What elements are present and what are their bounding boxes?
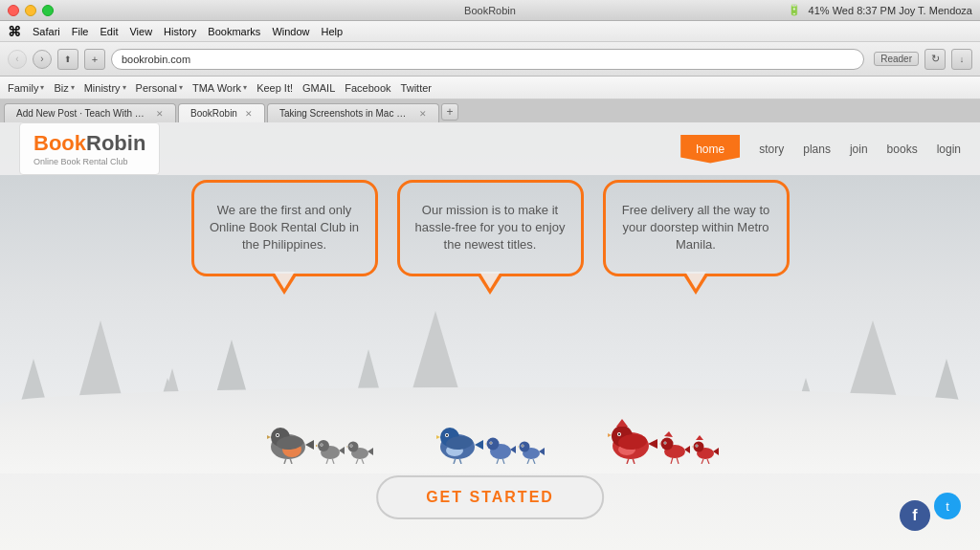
svg-line-79: [702, 459, 703, 464]
bird-blue-small-1: [485, 431, 516, 464]
bubble-3: Free delivery all the way to your doorst…: [603, 180, 790, 276]
menu-view[interactable]: View: [129, 26, 152, 37]
reload-button[interactable]: ↻: [924, 49, 946, 70]
tab-close-icon[interactable]: ✕: [419, 109, 427, 119]
logo: BookRobin: [33, 131, 145, 156]
svg-marker-29: [436, 435, 440, 439]
mac-titlebar: BookRobin 🔋 41% Wed 8:37 PM Joy T. Mendo…: [0, 0, 980, 21]
twitter-icon[interactable]: t: [934, 493, 961, 519]
address-bar[interactable]: bookrobin.com: [111, 49, 864, 70]
svg-marker-38: [485, 442, 486, 446]
apple-menu[interactable]: ⌘: [8, 24, 21, 39]
svg-point-77: [696, 445, 698, 447]
bird-blue-small-2: [518, 435, 545, 464]
bird-group-left: [261, 414, 373, 464]
menu-window[interactable]: Window: [272, 26, 309, 37]
minimize-button[interactable]: [25, 5, 36, 16]
menu-bookmarks[interactable]: Bookmarks: [208, 26, 260, 37]
svg-marker-6: [305, 440, 314, 450]
bookmark-ministry[interactable]: Ministry ▾: [84, 82, 126, 94]
svg-point-45: [520, 442, 530, 452]
svg-marker-75: [692, 445, 693, 449]
bookmark-keepit[interactable]: Keep It!: [256, 82, 293, 94]
close-button[interactable]: [8, 5, 19, 16]
maximize-button[interactable]: [42, 5, 54, 16]
get-started-button[interactable]: GET STARTED: [376, 475, 604, 519]
tab-label: Taking Screenshots in Mac OS X – Mac Gui…: [279, 108, 412, 119]
svg-point-14: [321, 444, 323, 446]
bubble-2: Our mission is to make it hassle-free fo…: [397, 180, 584, 276]
bird-group-right: [602, 414, 719, 464]
tab-mac-guides[interactable]: Taking Screenshots in Mac OS X – Mac Gui…: [267, 103, 439, 122]
bubbles-area: We are the first and only Online Book Re…: [0, 180, 980, 276]
bookmark-facebook[interactable]: Facebook: [345, 82, 390, 94]
nav-story[interactable]: story: [759, 143, 784, 156]
nav-login[interactable]: login: [937, 143, 961, 156]
bookmark-twitter[interactable]: Twitter: [401, 82, 432, 94]
nav-join[interactable]: join: [850, 143, 868, 156]
svg-line-34: [454, 458, 456, 464]
menu-help[interactable]: Help: [322, 26, 344, 37]
svg-marker-55: [616, 419, 628, 427]
bird-cardinal-small-2: [692, 435, 719, 464]
battery-icon: 🔋: [788, 4, 801, 16]
svg-line-25: [362, 459, 364, 464]
browser-toolbar: ‹ › ⬆ + bookrobin.com Reader ↻ ↓: [0, 42, 980, 77]
tabs-bar: Add New Post · Teach With Joy — WordPres…: [0, 99, 980, 122]
svg-line-70: [671, 457, 673, 464]
bird-blue-main: [431, 416, 483, 464]
menu-file[interactable]: File: [72, 26, 89, 37]
tab-close-icon[interactable]: ✕: [245, 109, 253, 119]
svg-line-42: [497, 458, 499, 464]
svg-line-51: [533, 459, 535, 464]
downloads-button[interactable]: ↓: [951, 49, 972, 70]
bookmark-family[interactable]: Family ▾: [8, 82, 44, 94]
nav-books[interactable]: books: [887, 143, 918, 156]
svg-marker-59: [648, 439, 657, 449]
traffic-lights[interactable]: [8, 5, 54, 16]
svg-point-64: [661, 438, 674, 451]
new-tab-button[interactable]: +: [84, 49, 105, 70]
logo-container: BookRobin Online Book Rental Club: [19, 122, 160, 175]
svg-line-24: [356, 459, 358, 464]
window-title: BookRobin: [464, 5, 516, 16]
website-content: BookRobin Online Book Rental Club home s…: [0, 122, 980, 550]
svg-marker-46: [518, 445, 519, 449]
new-tab-icon[interactable]: +: [441, 103, 458, 121]
back-button[interactable]: ‹: [8, 50, 27, 69]
bubble-2-text: Our mission is to make it hassle-free fo…: [415, 203, 566, 252]
nav-plans[interactable]: plans: [803, 143, 831, 156]
bookmarks-bar: Family ▾ Biz ▾ Ministry ▾ Personal ▾ TMA…: [0, 77, 980, 99]
svg-point-11: [318, 440, 329, 451]
logo-robin: Robin: [86, 131, 145, 155]
share-button[interactable]: ⬆: [57, 49, 78, 70]
svg-point-31: [446, 434, 448, 436]
menu-edit[interactable]: Edit: [100, 26, 118, 37]
tab-label: BookRobin: [190, 108, 237, 119]
svg-marker-66: [659, 442, 660, 446]
mac-menu-bar: ⌘ Safari File Edit View History Bookmark…: [0, 21, 980, 42]
bubble-1: We are the first and only Online Book Re…: [191, 180, 378, 276]
menu-safari[interactable]: Safari: [33, 26, 60, 37]
site-nav: BookRobin Online Book Rental Club home s…: [0, 122, 980, 175]
bookmark-gmail[interactable]: GMAIL: [302, 82, 335, 94]
svg-marker-56: [608, 433, 612, 437]
bookmark-tma[interactable]: TMA Work ▾: [192, 82, 247, 94]
reader-button[interactable]: Reader: [874, 52, 919, 66]
social-icons: f t: [900, 500, 961, 531]
bookmark-biz[interactable]: Biz ▾: [54, 82, 74, 94]
svg-marker-3: [267, 435, 271, 439]
forward-button[interactable]: ›: [33, 50, 52, 69]
mac-status-right: 🔋 41% Wed 8:37 PM Joy T. Mendoza: [788, 4, 972, 16]
bird-robin-main: [261, 416, 314, 464]
cta-area: GET STARTED: [376, 475, 604, 519]
facebook-icon[interactable]: f: [900, 500, 930, 531]
address-text: bookrobin.com: [122, 54, 190, 65]
bookmark-personal[interactable]: Personal ▾: [136, 82, 183, 94]
tab-close-icon[interactable]: ✕: [156, 109, 164, 119]
svg-point-19: [348, 442, 359, 452]
nav-home[interactable]: home: [680, 135, 740, 164]
tab-bookrobin[interactable]: BookRobin ✕: [178, 103, 265, 122]
tab-wordpress[interactable]: Add New Post · Teach With Joy — WordPres…: [4, 103, 176, 122]
menu-history[interactable]: History: [164, 26, 196, 37]
